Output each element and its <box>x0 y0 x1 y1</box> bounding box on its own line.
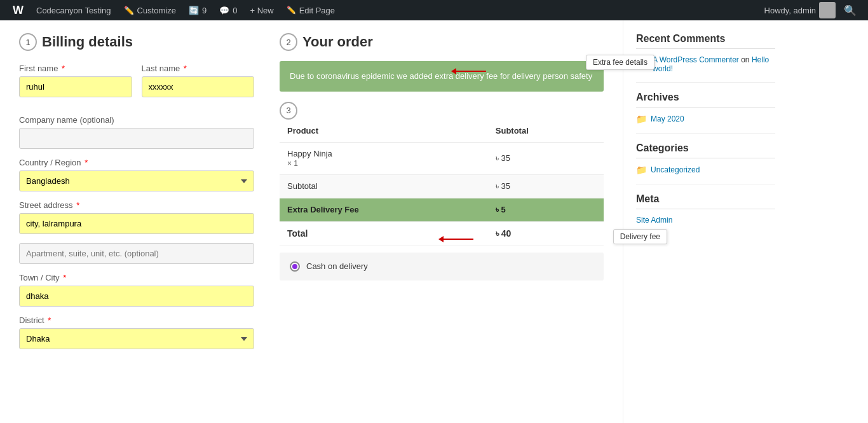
subtotal-label-cell: Subtotal <box>280 174 488 198</box>
cash-on-delivery-label: Cash on delivery <box>306 261 368 271</box>
commenter-link[interactable]: A WordPress Commenter <box>653 55 739 64</box>
sidebar-divider-1 <box>636 82 775 83</box>
order-header: 2 Your order <box>280 33 604 51</box>
archive-item: 📁 May 2020 <box>636 114 775 124</box>
right-sidebar: Recent Comments A WordPress Commenter on… <box>623 20 788 423</box>
col-subtotal: Subtotal <box>488 120 604 142</box>
city-label: Town / City * <box>19 273 254 282</box>
updates-link[interactable]: 🔄 9 <box>182 0 213 20</box>
country-group: Country / Region * Bangladesh <box>19 158 254 191</box>
adminbar-right: Howdy, admin 🔍 <box>764 2 862 18</box>
subtotal-row: Subtotal ৳ 35 <box>280 174 604 198</box>
extra-delivery-value-cell: ৳ 5 <box>488 198 604 221</box>
first-name-required: * <box>62 64 65 73</box>
comment-item: A WordPress Commenter on Hello world! <box>636 55 775 73</box>
search-icon[interactable]: 🔍 <box>839 4 862 17</box>
street-label: Street address * <box>19 200 254 210</box>
categories-title: Categories <box>636 142 775 158</box>
folder-icon: 📁 <box>636 114 647 124</box>
new-content-link[interactable]: + New <box>243 0 280 20</box>
main-content: 1 Billing details First name * Last <box>0 20 623 423</box>
customize-link[interactable]: ✏️ Customize <box>118 0 182 20</box>
category-folder-icon: 📁 <box>636 165 647 175</box>
city-group: Town / City * <box>19 273 254 307</box>
street-required: * <box>76 200 79 210</box>
billing-header: 1 Billing details <box>19 33 254 51</box>
product-price-cell: ৳ 35 <box>488 142 604 174</box>
country-select[interactable]: Bangladesh <box>19 170 254 191</box>
district-label: District * <box>19 316 254 325</box>
country-label: Country / Region * <box>19 158 254 167</box>
notice-container: Due to coronavirus epidemic we added ext… <box>280 61 604 92</box>
page-wrapper: 1 Billing details First name * Last <box>0 20 868 423</box>
site-admin-link[interactable]: Site Admin <box>636 216 672 225</box>
extra-fee-arrow <box>451 66 489 78</box>
comments-link[interactable]: 💬 0 <box>213 0 243 20</box>
last-name-label: Last name * <box>142 64 255 73</box>
delivery-fee-arrow <box>438 234 477 246</box>
avatar <box>819 2 836 18</box>
svg-marker-3 <box>438 236 444 242</box>
city-required: * <box>63 273 66 282</box>
city-input[interactable] <box>19 286 254 307</box>
billing-section: 1 Billing details First name * Last <box>19 33 254 358</box>
country-required: * <box>85 158 88 167</box>
extra-fee-tooltip-wrapper: Extra fee details <box>586 55 654 70</box>
wp-logo[interactable]: W <box>6 0 30 20</box>
step-3-header: 3 <box>280 102 604 120</box>
first-name-input[interactable] <box>19 76 132 97</box>
site-name[interactable]: Codecanyon Testing <box>30 0 118 20</box>
district-select[interactable]: Dhaka <box>19 328 254 349</box>
first-name-group: First name * <box>19 64 132 97</box>
customize-icon: ✏️ <box>124 6 134 15</box>
street-input[interactable] <box>19 213 254 234</box>
extra-delivery-row: Extra Delivery Fee ৳ 5 <box>280 198 604 221</box>
district-group: District * Dhaka <box>19 316 254 349</box>
comments-icon: 💬 <box>219 6 229 15</box>
edit-page-link[interactable]: ✏️ Edit Page <box>280 0 341 20</box>
delivery-fee-tooltip: Delivery fee <box>613 229 667 244</box>
payment-section: Cash on delivery <box>280 253 604 281</box>
svg-marker-1 <box>451 68 456 74</box>
step-3-circle: 3 <box>280 102 297 120</box>
step-1-circle: 1 <box>19 33 37 51</box>
sidebar-divider-2 <box>636 133 775 134</box>
sidebar-divider-3 <box>636 184 775 184</box>
first-name-label: First name * <box>19 64 132 73</box>
updates-icon: 🔄 <box>189 6 199 15</box>
admin-bar: W Codecanyon Testing ✏️ Customize 🔄 9 💬 … <box>0 0 868 20</box>
archives-title: Archives <box>636 92 775 107</box>
billing-title: Billing details <box>42 34 133 50</box>
company-input[interactable] <box>19 128 254 149</box>
delivery-fee-tooltip-wrapper: Delivery fee <box>613 229 667 244</box>
comment-text: A WordPress Commenter on Hello world! <box>653 55 775 73</box>
archive-link[interactable]: May 2020 <box>651 114 684 123</box>
checkout-layout: 1 Billing details First name * Last <box>19 33 604 358</box>
last-name-group: Last name * <box>142 64 255 97</box>
company-group: Company name (optional) <box>19 115 254 149</box>
product-name-cell: Happy Ninja × 1 <box>280 142 488 174</box>
edit-icon: ✏️ <box>287 6 296 15</box>
extra-delivery-label-cell: Extra Delivery Fee <box>280 198 488 221</box>
order-table: Product Subtotal Happy Ninja × 1 ৳ 35 <box>280 120 604 246</box>
recent-comments-title: Recent Comments <box>636 33 775 49</box>
notice-box: Due to coronavirus epidemic we added ext… <box>280 61 604 92</box>
table-header-row: Product Subtotal <box>280 120 604 142</box>
category-item: 📁 Uncategorized <box>636 165 775 175</box>
col-product: Product <box>280 120 488 142</box>
district-required: * <box>48 316 51 325</box>
last-name-input[interactable] <box>142 76 255 97</box>
order-table-container: 3 Product Subtotal Happy Ni <box>280 102 604 246</box>
order-section: 2 Your order Due to coronavirus epidemic… <box>280 33 604 358</box>
company-label: Company name (optional) <box>19 115 254 125</box>
category-link[interactable]: Uncategorized <box>651 165 700 174</box>
site-name-label: Codecanyon Testing <box>36 6 111 15</box>
extra-fee-tooltip: Extra fee details <box>586 55 654 70</box>
order-title: Your order <box>302 34 373 50</box>
apartment-group <box>19 243 254 264</box>
cash-on-delivery-radio[interactable] <box>290 261 300 272</box>
name-row: First name * Last name * <box>19 64 254 106</box>
street-group: Street address * <box>19 200 254 234</box>
apartment-input[interactable] <box>19 243 254 264</box>
total-value-cell: ৳ 40 <box>488 221 604 246</box>
